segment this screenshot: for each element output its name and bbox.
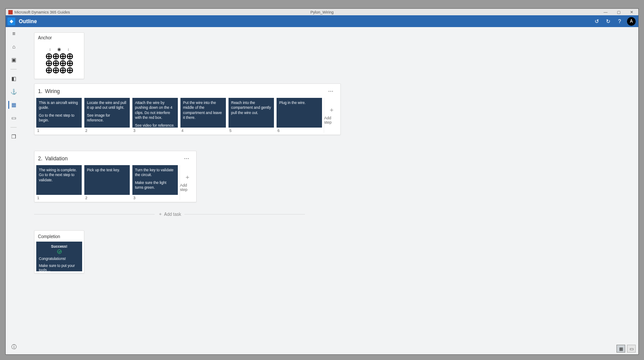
anchor-arrow-icon: ↓: [67, 47, 69, 52]
step-number: 4: [180, 128, 229, 133]
anchor-globe-icon: ◉: [57, 47, 61, 52]
step-number: 3: [132, 128, 180, 133]
task-card: 1. Wiring ⋯ This is an aircraft wiring g…: [34, 83, 341, 135]
step-card[interactable]: This is an aircraft wiring guide.Go to t…: [36, 98, 82, 128]
object-icon[interactable]: ◧: [8, 75, 19, 83]
task-name: Wiring: [45, 88, 60, 94]
package-icon[interactable]: ❐: [8, 133, 19, 141]
nav-separator: [10, 69, 17, 69]
outline-icon[interactable]: ▦: [8, 101, 19, 109]
success-check-icon: [39, 249, 80, 255]
minimize-button[interactable]: —: [599, 9, 612, 15]
add-step-label: Add step: [180, 183, 194, 192]
task-more-icon[interactable]: ⋯: [181, 156, 193, 162]
redo-icon[interactable]: ↻: [604, 17, 612, 25]
app-name: Microsoft Dynamics 365 Guides: [14, 10, 70, 14]
anchor-title: Anchor: [35, 33, 84, 43]
app-icon: [8, 10, 13, 14]
step-number: 2: [84, 128, 132, 133]
add-step-label: Add step: [324, 116, 339, 125]
view-toggles: ▦ ▭: [616, 345, 636, 353]
nav-separator: [10, 127, 17, 128]
task-card: 2. Validation ⋯ The wiring is complete. …: [34, 151, 197, 202]
left-nav: ≡ ⌂ ▣ ◧ ⚓ ▦ ▭ ❐ ⓘ: [6, 27, 21, 354]
step-number: 1: [36, 195, 84, 200]
plus-icon: ＋: [158, 211, 163, 217]
outline-canvas[interactable]: Anchor ↓ ◉ ↓ 1.: [21, 27, 638, 354]
completion-title: Completion: [36, 232, 82, 242]
info-icon[interactable]: ⓘ: [8, 343, 19, 351]
task-more-icon[interactable]: ⋯: [325, 88, 337, 94]
steps-row: The wiring is complete. Go to the next s…: [36, 165, 194, 200]
add-task-button[interactable]: ＋ Add task: [155, 211, 185, 217]
completion-card[interactable]: Completion Success! Congratulations! Mak…: [34, 230, 84, 273]
step-number: 5: [229, 128, 277, 133]
hamburger-icon[interactable]: ≡: [8, 30, 19, 38]
step-number: 1: [36, 128, 84, 133]
anchor-card[interactable]: Anchor ↓ ◉ ↓: [34, 32, 84, 79]
step-card[interactable]: Attach the wire by pushing down on the 4…: [132, 98, 178, 128]
task-name: Validation: [45, 156, 68, 162]
window-controls: — ▢ ✕: [599, 9, 638, 15]
completion-note: Make sure to put your tools…: [39, 263, 80, 272]
help-icon[interactable]: ?: [616, 17, 623, 25]
completion-body: Success! Congratulations! Make sure to p…: [36, 242, 82, 271]
undo-icon[interactable]: ↺: [593, 17, 601, 25]
image-icon[interactable]: ▣: [8, 56, 19, 64]
step-number: 2: [84, 195, 132, 200]
ribbon: ◆ Outline ↺ ↻ ? A: [6, 15, 638, 27]
add-task-row: ＋ Add task: [34, 211, 305, 217]
product-logo-icon: ◆: [7, 17, 15, 25]
add-task-label: Add task: [164, 212, 181, 217]
step-card[interactable]: Put the wire into the middle of the comp…: [180, 98, 226, 128]
maximize-button[interactable]: ▢: [612, 9, 625, 15]
anchor-thumbnail: ↓ ◉ ↓: [36, 43, 82, 77]
task-header[interactable]: 1. Wiring ⋯: [36, 86, 339, 98]
body: ≡ ⌂ ▣ ◧ ⚓ ▦ ▭ ❐ ⓘ Anchor ↓ ◉ ↓: [6, 27, 638, 354]
step-card[interactable]: The wiring is complete. Go to the next s…: [36, 165, 82, 195]
home-icon[interactable]: ⌂: [8, 43, 19, 51]
completion-success: Success!: [39, 244, 80, 249]
task-number: 1.: [38, 88, 42, 94]
steps-row: This is an aircraft wiring guide.Go to t…: [36, 98, 339, 133]
step-editor-icon[interactable]: ▭: [8, 114, 19, 122]
step-card[interactable]: Pick up the test key.: [84, 165, 130, 195]
grid-view-icon[interactable]: ▦: [616, 345, 625, 353]
anchor-icon[interactable]: ⚓: [8, 88, 19, 96]
anchor-arrow-icon: ↓: [49, 47, 51, 52]
app-window: Microsoft Dynamics 365 Guides Pylon_Wiri…: [5, 8, 639, 355]
step-number: 6: [277, 128, 325, 133]
close-button[interactable]: ✕: [625, 9, 638, 15]
step-card[interactable]: Plug in the wire.: [277, 98, 322, 128]
step-card[interactable]: Locate the wire and pull it up and out u…: [84, 98, 130, 128]
add-step-button[interactable]: ＋ Add step: [324, 98, 339, 133]
task-header[interactable]: 2. Validation ⋯: [36, 153, 194, 165]
avatar[interactable]: A: [627, 17, 636, 26]
completion-congrats: Congratulations!: [39, 256, 80, 261]
add-step-button[interactable]: ＋ Add step: [180, 165, 194, 200]
page-title: Outline: [19, 18, 37, 24]
plus-icon: ＋: [329, 106, 335, 114]
card-view-icon[interactable]: ▭: [627, 345, 636, 353]
task-number: 2.: [38, 156, 42, 162]
document-name: Pylon_Wiring: [310, 10, 333, 14]
step-card[interactable]: Reach into the compartment and gently pu…: [229, 98, 274, 128]
step-number: 3: [132, 195, 180, 200]
step-card[interactable]: Turn the key to validate the circuit.Mak…: [132, 165, 178, 195]
titlebar: Microsoft Dynamics 365 Guides Pylon_Wiri…: [6, 9, 638, 15]
plus-icon: ＋: [184, 173, 190, 181]
